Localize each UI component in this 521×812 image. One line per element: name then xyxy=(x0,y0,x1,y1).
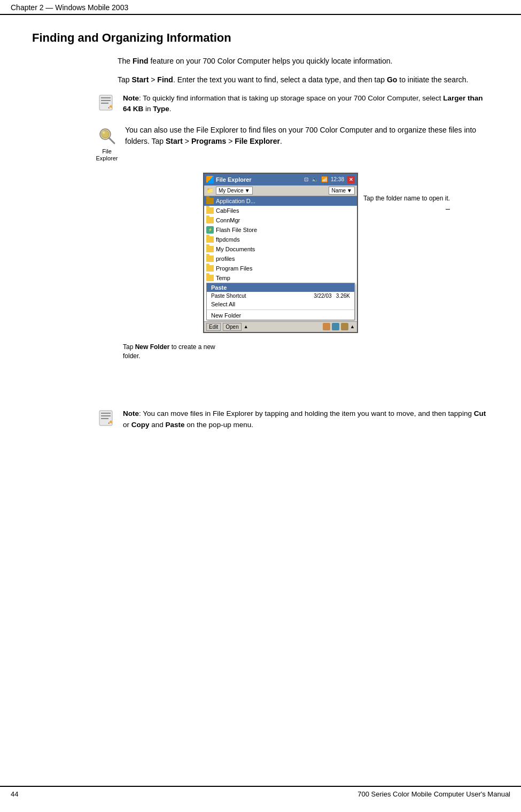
note-icon-2 xyxy=(96,408,115,429)
folder-icon-toolbar: 📁 xyxy=(206,187,214,194)
file-item-mydocs[interactable]: My Documents xyxy=(204,244,357,254)
file-item-app-d[interactable]: Application D... xyxy=(204,196,357,206)
folder-icon-mydocs xyxy=(206,246,214,252)
open-button[interactable]: Open xyxy=(223,323,241,331)
file-explorer-icon-area: File Explorer xyxy=(96,126,118,162)
folder-icon-temp xyxy=(206,275,214,281)
app-title: File Explorer xyxy=(216,176,252,183)
wifi-icon: 📶 xyxy=(321,176,328,182)
ctx-divider xyxy=(207,310,354,310)
svg-rect-11 xyxy=(101,413,111,414)
titlebar: File Explorer ⊡ 🔈 📶 12:38 ✕ xyxy=(204,174,357,185)
sort-arrow-icon: ▼ xyxy=(347,188,352,194)
file-explorer-icon-label: File Explorer xyxy=(96,148,118,162)
note-text-2: Note: You can move files in File Explore… xyxy=(123,408,489,430)
main-content: Finding and Organizing Information The F… xyxy=(0,15,521,472)
svg-line-9 xyxy=(109,138,114,143)
folder-locked-icon xyxy=(206,198,214,204)
taskbar-icon-3 xyxy=(341,323,348,330)
taskbar-icons: ▲ xyxy=(323,323,355,330)
file-item-connmgr[interactable]: ConnMgr xyxy=(204,215,357,225)
svg-rect-3 xyxy=(101,103,108,104)
svg-rect-1 xyxy=(101,97,111,98)
folder-icon-ftpdcmds xyxy=(206,236,214,243)
note-icon-1 xyxy=(96,93,115,114)
svg-rect-12 xyxy=(101,415,111,416)
file-explorer-text: You can also use the File Explorer to fi… xyxy=(125,125,489,147)
callout-right: Tap the folder name to open it. xyxy=(363,194,452,203)
section-title: Finding and Organizing Information xyxy=(32,31,489,45)
folder-icon-connmgr xyxy=(206,217,214,223)
file-item-profiles[interactable]: profiles xyxy=(204,254,357,264)
file-explorer-block: File Explorer You can also use the File … xyxy=(96,125,489,162)
sort-dropdown[interactable]: Name ▼ xyxy=(329,187,355,195)
file-item-cabfiles[interactable]: CabFiles xyxy=(204,206,357,215)
page-footer: 44 700 Series Color Mobile Computer User… xyxy=(0,786,521,801)
file-item-flash[interactable]: ⚡ Flash File Store xyxy=(204,225,357,235)
paragraph-2: Tap Start > Find. Enter the text you wan… xyxy=(118,74,489,86)
clock: 12:38 xyxy=(331,176,344,182)
paragraph-1: The Find feature on your 700 Color Compu… xyxy=(118,56,489,67)
device-screen: File Explorer ⊡ 🔈 📶 12:38 ✕ 📁 xyxy=(203,173,358,333)
svg-rect-13 xyxy=(101,418,108,419)
toolbar-row: 📁 My Device ▼ Name ▼ xyxy=(204,185,357,196)
page-number: 44 xyxy=(11,790,18,798)
titlebar-left: File Explorer xyxy=(206,176,252,183)
folder-icon-cabfiles xyxy=(206,207,214,214)
volume-icon: 🔈 xyxy=(312,176,318,182)
file-list: Application D... CabFiles ConnMgr ⚡ Flas… xyxy=(204,196,357,283)
svg-point-8 xyxy=(103,131,105,134)
file-item-ftpdcmds[interactable]: ftpdcmds xyxy=(204,235,357,244)
toolbar-left: 📁 My Device ▼ xyxy=(206,187,253,195)
context-menu: Paste Paste Shortcut 3/22/03 3.26K Selec… xyxy=(206,283,355,320)
file-item-programfiles[interactable]: Program Files xyxy=(204,264,357,273)
titlebar-right: ⊡ 🔈 📶 12:38 ✕ xyxy=(304,176,355,183)
dropdown-arrow-icon: ▼ xyxy=(245,188,250,194)
chapter-label: Chapter 2 — Windows Mobile 2003 xyxy=(11,3,128,12)
taskbar-icon-1 xyxy=(323,323,330,330)
folder-icon-programfiles xyxy=(206,265,214,272)
taskbar-left: Edit Open ▲ xyxy=(206,323,248,331)
file-item-temp[interactable]: Temp xyxy=(204,273,357,283)
note-box-2: Note: You can move files in File Explore… xyxy=(96,408,489,430)
close-button[interactable]: ✕ xyxy=(347,176,355,183)
taskbar: Edit Open ▲ ▲ xyxy=(204,321,357,332)
taskbar-icon-2 xyxy=(332,323,339,330)
screen-rotate-icon: ⊡ xyxy=(304,176,308,182)
callout-bottom: Tap New Folder to create a new folder. xyxy=(123,343,230,361)
svg-point-7 xyxy=(102,130,109,138)
folder-icon-profiles xyxy=(206,256,214,262)
ctx-paste-shortcut[interactable]: Paste Shortcut 3/22/03 3.26K xyxy=(207,292,354,300)
taskbar-arrow-icon: ▲ xyxy=(244,324,248,329)
windows-logo-icon xyxy=(206,176,214,183)
svg-rect-2 xyxy=(101,100,111,101)
screenshot-area: File Explorer ⊡ 🔈 📶 12:38 ✕ 📁 xyxy=(203,173,358,333)
special-icon-flash: ⚡ xyxy=(206,226,214,234)
note-box-1: Note: To quickly find information that i… xyxy=(96,93,489,115)
ctx-paste[interactable]: Paste xyxy=(207,283,354,292)
toolbar-right: Name ▼ xyxy=(329,187,355,195)
page-header: Chapter 2 — Windows Mobile 2003 xyxy=(0,0,521,15)
ctx-new-folder[interactable]: New Folder xyxy=(207,311,354,320)
ctx-select-all[interactable]: Select All xyxy=(207,300,354,308)
location-dropdown[interactable]: My Device ▼ xyxy=(216,187,253,195)
manual-title: 700 Series Color Mobile Computer User's … xyxy=(357,790,510,798)
note-text-1: Note: To quickly find information that i… xyxy=(123,93,489,115)
taskbar-arrow-right-icon: ▲ xyxy=(350,324,355,329)
edit-button[interactable]: Edit xyxy=(206,323,221,331)
